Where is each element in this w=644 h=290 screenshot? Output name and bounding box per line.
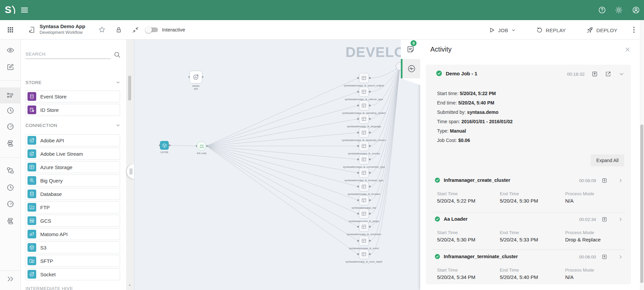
palette-item-socket[interactable]: Socket (25, 268, 120, 280)
canvas-node-output-table[interactable] (359, 195, 369, 205)
success-check-icon (436, 70, 442, 77)
palette-item-adobe-live-stream[interactable]: Adobe Live Stream (25, 148, 120, 160)
palette-item-big-query[interactable]: Big Query (25, 174, 120, 187)
account-icon[interactable] (632, 6, 640, 14)
canvas-node-output-table[interactable] (359, 168, 369, 178)
canvas-node-output-table[interactable] (359, 222, 369, 232)
expand-chevron-icon[interactable] (618, 177, 624, 184)
export-log-icon[interactable] (601, 216, 607, 222)
fit-view-icon[interactable] (131, 26, 140, 34)
hamburger-menu-icon[interactable] (20, 6, 29, 14)
expand-chevron-icon[interactable] (618, 216, 624, 222)
job-header-actions: 00:18:32 (567, 71, 625, 77)
palette-item-ftp[interactable]: FTP (25, 201, 120, 213)
canvas-node-output-table[interactable] (359, 249, 369, 259)
open-in-new-icon[interactable] (605, 71, 611, 77)
canvas-node-output-table[interactable] (359, 100, 369, 111)
clock-icon[interactable] (6, 184, 14, 192)
subjob-end-value: 5/20/24, 5:33 PM (500, 237, 538, 242)
deploy-button[interactable]: DEPLOY (586, 26, 618, 34)
lock-icon[interactable] (115, 26, 123, 34)
section-partially-visible[interactable]: INTERMEDIATE HIVE (25, 286, 73, 290)
success-check-icon (434, 177, 440, 183)
clock-icon[interactable] (6, 106, 14, 115)
hierarchy-icon[interactable] (6, 166, 14, 174)
help-icon[interactable] (598, 6, 606, 14)
canvas-node-output-table[interactable] (359, 114, 369, 124)
subjob-start-value: 5/20/24, 5:22 PM (437, 198, 475, 204)
canvas-node-output-table[interactable] (359, 141, 369, 151)
export-log-icon[interactable] (601, 254, 607, 260)
palette-item-gcs[interactable]: GCS (25, 215, 120, 227)
panel-scrollbar-thumb[interactable] (128, 76, 131, 100)
settings-gear-icon[interactable] (615, 6, 623, 14)
star-icon[interactable] (98, 26, 106, 34)
kebab-menu-icon[interactable] (630, 26, 638, 34)
subjob-actions: 00:08:09 (579, 177, 624, 184)
interactive-toggle[interactable] (147, 27, 158, 32)
rail-divider (0, 270, 21, 271)
palette-item-sftp[interactable]: SFTP (25, 255, 120, 267)
canvas-node-output-table[interactable] (359, 87, 369, 97)
socket-icon (28, 270, 36, 279)
gauge-icon[interactable] (6, 123, 14, 131)
palette-item-adobe-api[interactable]: Adobe API (25, 134, 120, 146)
expand-chevrons-icon[interactable] (6, 275, 14, 283)
export-log-icon[interactable] (591, 71, 598, 77)
search-icon[interactable] (113, 51, 121, 58)
palette-item-database[interactable]: Database (25, 188, 120, 200)
expand-all-button[interactable]: Expand All (591, 154, 624, 166)
palette-item-azure-storage[interactable]: Azure Storage (25, 161, 120, 173)
grip-line (131, 168, 132, 174)
search-input[interactable] (25, 50, 111, 59)
gauge-icon[interactable] (6, 200, 14, 208)
subjob-row[interactable]: Inframanager_create_cluster (434, 177, 510, 183)
detail-type: Type:Manual (437, 128, 466, 134)
subjob-row[interactable]: Inframanager_terminate_cluster (434, 253, 518, 260)
layers-icon[interactable] (6, 217, 14, 225)
s3-icon (28, 243, 36, 252)
subjob-name: Inframanager_create_cluster (444, 177, 510, 183)
activity-tab-button[interactable] (401, 59, 420, 78)
expand-chevron-icon[interactable] (618, 254, 624, 260)
section-store[interactable]: STORE (25, 80, 121, 85)
workflow-name: Development Workflow (40, 30, 85, 35)
column-process-mode: Process Mode (565, 268, 594, 273)
exit-workflow-icon[interactable] (28, 26, 36, 34)
section-connection[interactable]: CONNECTION (25, 123, 121, 128)
palette-item-event-store[interactable]: Event Store (25, 90, 120, 102)
job-button[interactable]: JOB (488, 26, 516, 34)
big-query-icon (28, 176, 36, 185)
canvas-node-label: syntasademoapp_lk_color_depth (327, 260, 401, 263)
replay-button[interactable]: REPLAY (536, 26, 566, 34)
eye-icon[interactable] (6, 46, 14, 54)
layers-icon[interactable] (6, 139, 14, 147)
sftp-icon (28, 257, 36, 265)
canvas-node-output-table[interactable] (359, 209, 369, 219)
collapse-chevron-icon[interactable] (618, 71, 625, 77)
subjob-row[interactable]: Aa Loader (434, 216, 468, 222)
canvas-node-output-table[interactable] (359, 182, 369, 192)
canvas-node-output-table[interactable] (359, 154, 369, 164)
canvas-node-adobe-api[interactable] (190, 71, 202, 83)
palette-item-matomo-api[interactable]: Matomo API (25, 228, 120, 240)
table-icon (361, 211, 367, 217)
edit-icon[interactable] (6, 63, 14, 71)
canvas-node-s3-source[interactable] (160, 141, 169, 150)
panel-scroll-down-arrow[interactable] (128, 283, 132, 287)
palette-item-s3[interactable]: S3 (25, 241, 120, 253)
rail-divider (0, 80, 21, 81)
close-icon[interactable] (624, 46, 631, 53)
canvas-node-output-table[interactable] (359, 73, 369, 83)
page-scrollbar-thumb[interactable] (640, 125, 643, 283)
palette-item-id-store[interactable]: ID Store (25, 104, 120, 116)
apps-grid-icon[interactable] (6, 26, 14, 34)
flow-icon[interactable] (6, 91, 14, 99)
adobe-api-icon (28, 136, 36, 145)
canvas-node-output-table[interactable] (359, 236, 369, 246)
canvas-node-output-table[interactable] (359, 128, 369, 138)
job-header-row[interactable]: Demo Job - 1 (436, 70, 477, 77)
export-log-icon[interactable] (601, 177, 607, 184)
canvas-node-aa-load[interactable] (197, 141, 206, 151)
replay-icon (536, 26, 543, 34)
